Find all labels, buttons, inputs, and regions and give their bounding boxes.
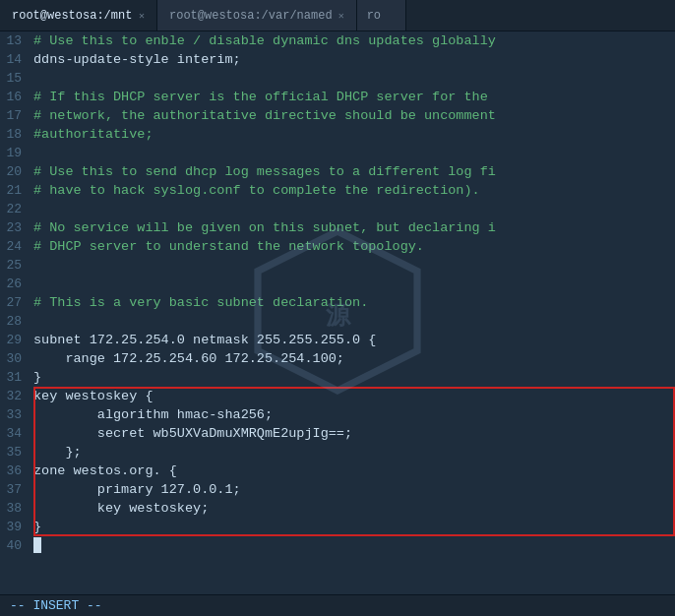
line-number-21: 21 xyxy=(0,181,30,200)
line-content-23: # No service will be given on this subne… xyxy=(30,218,675,237)
line-36: 36zone westos.org. { xyxy=(0,462,675,480)
line-number-18: 18 xyxy=(0,125,30,144)
line-content-35: }; xyxy=(30,443,675,462)
line-content-30: range 172.25.254.60 172.25.254.100; xyxy=(30,349,675,368)
tab-2-close[interactable]: ✕ xyxy=(338,10,344,22)
line-16: 16# If this DHCP server is the official … xyxy=(0,88,675,106)
line-19: 19 xyxy=(0,144,675,162)
line-33: 33 algorithm hmac-sha256; xyxy=(0,405,675,424)
line-number-32: 32 xyxy=(0,387,30,405)
line-content-13: # Use this to enble / disable dynamic dn… xyxy=(30,31,675,50)
line-number-20: 20 xyxy=(0,162,30,181)
line-17: 17# network, the authoritative directive… xyxy=(0,106,675,125)
line-26: 26 xyxy=(0,275,675,293)
line-content-40 xyxy=(30,536,675,555)
tab-1[interactable]: root@westosa:/mnt ✕ xyxy=(0,0,157,31)
line-number-13: 13 xyxy=(0,31,30,50)
line-37: 37 primary 127.0.0.1; xyxy=(0,480,675,499)
line-number-19: 19 xyxy=(0,144,30,162)
line-number-24: 24 xyxy=(0,237,30,256)
line-13: 13# Use this to enble / disable dynamic … xyxy=(0,31,675,50)
line-28: 28 xyxy=(0,312,675,331)
line-content-27: # This is a very basic subnet declaratio… xyxy=(30,293,675,312)
line-number-25: 25 xyxy=(0,256,30,275)
line-number-30: 30 xyxy=(0,349,30,368)
line-content-36: zone westos.org. { xyxy=(30,462,675,480)
line-number-39: 39 xyxy=(0,518,30,536)
line-content-33: algorithm hmac-sha256; xyxy=(30,405,675,424)
line-30: 30 range 172.25.254.60 172.25.254.100; xyxy=(0,349,675,368)
line-content-34: secret wb5UXVaDmuXMRQmE2upjIg==; xyxy=(30,424,675,443)
line-number-36: 36 xyxy=(0,462,30,480)
line-14: 14ddns-update-style interim; xyxy=(0,50,675,69)
line-21: 21# have to hack syslog.conf to complete… xyxy=(0,181,675,200)
status-bar: -- INSERT -- xyxy=(0,594,675,616)
line-34: 34 secret wb5UXVaDmuXMRQmE2upjIg==; xyxy=(0,424,675,443)
line-38: 38 key westoskey; xyxy=(0,499,675,518)
line-content-39: } xyxy=(30,518,675,536)
line-39: 39} xyxy=(0,518,675,536)
line-number-27: 27 xyxy=(0,293,30,312)
line-number-31: 31 xyxy=(0,368,30,387)
code-lines: 13# Use this to enble / disable dynamic … xyxy=(0,31,675,555)
line-22: 22 xyxy=(0,200,675,218)
editor: 13# Use this to enble / disable dynamic … xyxy=(0,31,675,594)
tab-bar: root@westosa:/mnt ✕ root@westosa:/var/na… xyxy=(0,0,675,31)
line-15: 15 xyxy=(0,69,675,88)
line-32: 32key westoskey { xyxy=(0,387,675,405)
insert-mode: -- INSERT -- xyxy=(10,598,102,613)
line-content-38: key westoskey; xyxy=(30,499,675,518)
line-content-14: ddns-update-style interim; xyxy=(30,50,675,69)
line-number-16: 16 xyxy=(0,88,30,106)
line-number-15: 15 xyxy=(0,69,30,88)
line-20: 20# Use this to send dhcp log messages t… xyxy=(0,162,675,181)
line-content-37: primary 127.0.0.1; xyxy=(30,480,675,499)
line-number-28: 28 xyxy=(0,312,30,331)
tab-2[interactable]: root@westosa:/var/named ✕ xyxy=(157,0,357,31)
line-content-31: } xyxy=(30,368,675,387)
line-number-22: 22 xyxy=(0,200,30,218)
line-40: 40 xyxy=(0,536,675,555)
tab-1-label: root@westosa:/mnt xyxy=(12,9,132,23)
line-number-38: 38 xyxy=(0,499,30,518)
line-24: 24# DHCP server to understand the networ… xyxy=(0,237,675,256)
line-number-14: 14 xyxy=(0,50,30,69)
line-content-17: # network, the authoritative directive s… xyxy=(30,106,675,125)
tab-2-label: root@westosa:/var/named xyxy=(169,9,333,23)
line-number-26: 26 xyxy=(0,275,30,293)
line-number-17: 17 xyxy=(0,106,30,125)
line-18: 18#authoritative; xyxy=(0,125,675,144)
line-23: 23# No service will be given on this sub… xyxy=(0,218,675,237)
line-number-34: 34 xyxy=(0,424,30,443)
line-25: 25 xyxy=(0,256,675,275)
line-number-40: 40 xyxy=(0,536,30,555)
line-number-37: 37 xyxy=(0,480,30,499)
line-content-32: key westoskey { xyxy=(30,387,675,405)
line-27: 27# This is a very basic subnet declarat… xyxy=(0,293,675,312)
line-29: 29subnet 172.25.254.0 netmask 255.255.25… xyxy=(0,331,675,349)
line-number-33: 33 xyxy=(0,405,30,424)
line-content-29: subnet 172.25.254.0 netmask 255.255.255.… xyxy=(30,331,675,349)
line-content-21: # have to hack syslog.conf to complete t… xyxy=(30,181,675,200)
tab-3[interactable]: ro xyxy=(357,0,406,31)
line-number-23: 23 xyxy=(0,218,30,237)
line-content-20: # Use this to send dhcp log messages to … xyxy=(30,162,675,181)
line-number-35: 35 xyxy=(0,443,30,462)
line-35: 35 }; xyxy=(0,443,675,462)
tab-1-close[interactable]: ✕ xyxy=(139,10,145,22)
line-number-29: 29 xyxy=(0,331,30,349)
line-content-18: #authoritative; xyxy=(30,125,675,144)
line-31: 31} xyxy=(0,368,675,387)
tab-3-label: ro xyxy=(367,9,381,23)
line-content-16: # If this DHCP server is the official DH… xyxy=(30,88,675,106)
line-content-24: # DHCP server to understand the network … xyxy=(30,237,675,256)
